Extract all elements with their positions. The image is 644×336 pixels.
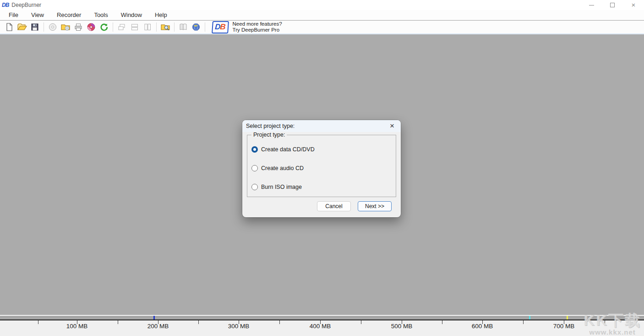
minimize-button[interactable] [581,0,602,10]
toolbar-separator [156,22,157,32]
ruler-minor-tick [605,320,605,324]
toolbar-separator [44,22,44,32]
toolbar: DB Need more features? Try DeepBurner Pr… [0,21,644,34]
ruler-minor-tick [361,320,361,324]
app-logo-icon: DB [2,2,9,8]
menu-file[interactable]: File [4,11,23,20]
save-icon [30,22,39,32]
radio-label: Burn ISO image [261,184,302,190]
promo-text: Need more features? Try DeepBurner Pro [233,21,282,33]
window-title: DeepBurner [11,2,41,8]
data-cd-icon [60,22,71,32]
toolbar-separator [205,22,205,32]
dialog-title-bar: Select project type: × [242,120,401,132]
tile-vertical-icon [143,22,152,32]
dialog-close-button[interactable]: × [387,121,397,131]
ruler-unit-label: 400 MB [310,323,331,330]
burn-cd-icon [87,22,96,32]
title-bar: DB DeepBurner × [0,0,644,10]
radio-button-icon[interactable] [251,165,258,171]
data-cd-button[interactable] [59,21,72,33]
ruler-unit-label: 500 MB [391,323,413,330]
ruler-unit-label: 300 MB [228,323,250,330]
ruler-unit-label: 700 MB [553,323,575,330]
deepburner-pro-promo[interactable]: DB Need more features? Try DeepBurner Pr… [212,21,282,33]
open-folder-icon [17,22,27,32]
radio-create-data-cd-dvd[interactable]: Create data CD/DVD [251,146,315,153]
ruler-unit-label: 100 MB [66,323,88,330]
menu-tools[interactable]: Tools [89,11,112,20]
erase-disc-button[interactable] [98,21,110,33]
menu-recorder[interactable]: Recorder [52,11,86,20]
promo-line1: Need more features? [233,21,282,27]
save-project-button[interactable] [28,21,41,33]
cancel-button[interactable]: Cancel [317,201,351,211]
next-button[interactable]: Next >> [358,201,392,211]
menu-window[interactable]: Window [116,11,147,20]
radio-label: Create data CD/DVD [261,146,315,153]
maximize-icon [610,3,615,7]
help-button[interactable] [177,21,190,33]
radio-button-icon[interactable] [251,146,258,153]
browse-folder-icon [160,22,170,32]
close-button[interactable]: × [623,0,644,10]
open-project-button[interactable] [16,21,28,33]
promo-line2: Try DeepBurner Pro [233,27,279,33]
groupbox-label: Project type: [251,132,287,138]
tile-horizontal-icon [130,22,139,32]
disc-capacity-marker [567,316,568,319]
toolbar-separator [113,22,113,32]
print-button[interactable] [72,21,85,33]
radio-label: Create audio CD [261,165,304,171]
ruler-minor-tick [523,320,524,324]
erase-disc-icon [99,22,109,32]
radio-burn-iso-image[interactable]: Burn ISO image [251,184,302,190]
tile-vertical-button[interactable] [141,21,154,33]
ruler-unit-label: 200 MB [147,323,169,330]
ruler-baseline [0,319,644,320]
dialog-buttons: Cancel Next >> [317,201,392,211]
cd-info-button[interactable] [46,21,59,33]
website-button[interactable] [190,21,202,33]
ruler-minor-tick [38,320,38,324]
ruler-usage-track [0,316,644,319]
dialog-title: Select project type: [246,123,295,129]
capacity-ruler: 100 MB200 MB300 MB400 MB500 MB600 MB700 … [0,315,644,336]
radio-button-icon[interactable] [251,184,258,190]
new-file-button[interactable] [3,21,16,33]
window-controls: × [581,0,644,10]
cd-info-icon [48,22,57,32]
disc-capacity-marker [153,316,155,319]
radio-create-audio-cd[interactable]: Create audio CD [251,165,304,171]
deepburner-pro-logo: DB [212,21,229,33]
ruler-minor-tick [279,320,280,324]
project-type-groupbox: Project type: Create data CD/DVD Create … [247,135,396,197]
ruler-minor-tick [442,320,442,324]
menu-bar: File View Recorder Tools Window Help [0,10,644,20]
cascade-windows-button[interactable] [115,21,128,33]
menu-help[interactable]: Help [150,11,172,20]
ruler-minor-tick [118,320,118,324]
cascade-windows-icon [117,22,126,32]
new-file-icon [5,22,14,32]
burn-cd-button[interactable] [85,21,98,33]
ruler-unit-label: 600 MB [472,323,493,330]
minimize-icon [589,5,594,6]
menu-view[interactable]: View [27,11,49,20]
maximize-button[interactable] [602,0,623,10]
browse-folder-button[interactable] [159,21,172,33]
tile-horizontal-button[interactable] [128,21,141,33]
web-globe-icon [191,22,201,32]
toolbar-separator [174,22,175,32]
select-project-type-dialog: Select project type: × Project type: Cre… [242,120,401,217]
disc-capacity-marker [529,316,530,319]
help-book-icon [179,22,188,32]
close-icon: × [632,3,636,7]
ruler-minor-tick [198,320,199,324]
print-icon [74,22,83,32]
